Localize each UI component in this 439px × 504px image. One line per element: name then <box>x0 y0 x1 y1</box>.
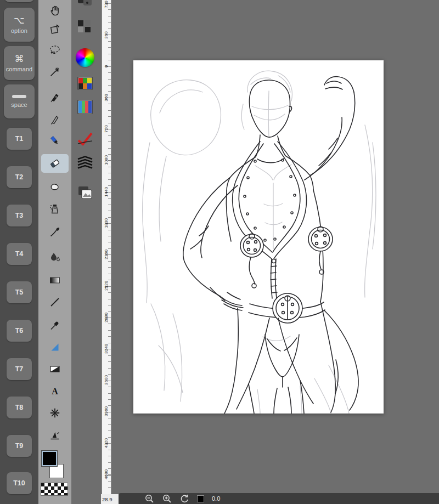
marker-tool-button[interactable] <box>41 132 69 150</box>
eyedropper-tool-button[interactable] <box>41 316 69 335</box>
rotate-view-button[interactable] <box>179 494 189 503</box>
vertical-ruler: 720 360 0 360 720 1080 1440 1800 2160 25… <box>102 0 111 494</box>
ruler-label: 720 <box>104 0 109 13</box>
t-button-10[interactable]: T10 <box>7 472 32 494</box>
reference-images-icon <box>77 185 93 200</box>
pen-tool-button[interactable] <box>41 88 69 106</box>
tone-cards-icon <box>77 0 94 8</box>
zoom-in-button[interactable] <box>162 494 172 503</box>
mapping-pen-tool-button[interactable] <box>41 110 69 128</box>
water-drop-icon <box>49 251 61 263</box>
line-icon <box>49 296 61 308</box>
reference-images-button[interactable] <box>77 185 93 202</box>
t-button-3[interactable]: T3 <box>7 205 32 226</box>
t-button-7[interactable]: T7 <box>7 358 32 380</box>
option-key-button[interactable]: ⌥ option <box>4 8 35 42</box>
space-bar-icon <box>12 95 26 98</box>
halftone-dots-button[interactable] <box>77 20 92 35</box>
space-key-button[interactable]: space <box>4 84 35 118</box>
rotate-view-icon <box>49 23 61 35</box>
gradient-tool-button[interactable] <box>41 271 69 290</box>
t-button-1[interactable]: T1 <box>7 128 32 150</box>
kneaded-eraser-tool-button[interactable] <box>41 177 69 196</box>
rotate-view-icon <box>179 494 189 503</box>
pattern-palette-icon <box>77 100 93 114</box>
ruler-label: 720 <box>104 121 109 137</box>
text-icon: A <box>49 385 61 397</box>
eyedropper-icon <box>49 319 61 331</box>
t-button-5[interactable]: T5 <box>7 281 32 303</box>
zoom-out-button[interactable] <box>144 494 154 503</box>
zoom-in-icon <box>162 494 172 503</box>
line-tool-button[interactable] <box>41 293 69 312</box>
pattern-palette-button[interactable] <box>77 100 93 116</box>
drawing-canvas[interactable] <box>133 60 384 414</box>
tone-tool-button[interactable] <box>41 360 69 378</box>
eraser-tool-button[interactable] <box>41 154 69 173</box>
airbrush-icon <box>49 203 61 215</box>
perspective-move-tool-button[interactable] <box>41 426 69 445</box>
ruler-label: 2520 <box>104 278 109 294</box>
tone-cards-button[interactable] <box>77 0 94 10</box>
mapping-pen-icon <box>49 113 61 125</box>
ruler-label: 360 <box>104 89 109 106</box>
canvas-artwork <box>133 60 384 414</box>
ruler-label: 2160 <box>104 246 109 263</box>
lasso-icon <box>49 44 61 56</box>
status-bar: 0.0 <box>118 493 439 504</box>
hand-icon <box>49 4 61 16</box>
color-wheel[interactable] <box>76 48 94 67</box>
ruler-label: 4680 <box>104 466 109 483</box>
current-color-swatch[interactable] <box>197 495 204 502</box>
ruler-label: 1440 <box>104 184 109 200</box>
ink-layer <box>183 77 358 414</box>
pattern-spray-tool-button[interactable] <box>41 404 69 422</box>
ruler-label: 3240 <box>104 341 109 357</box>
t-button-6[interactable]: T6 <box>7 320 32 342</box>
ruler-label: 0 <box>104 58 109 75</box>
fill-tool-button[interactable] <box>41 338 69 356</box>
partial-shortcut-button[interactable] <box>4 0 34 2</box>
command-key-button[interactable]: ⌘ command <box>4 46 35 80</box>
auto-correct-button[interactable] <box>77 132 93 148</box>
t-button-9[interactable]: T9 <box>7 435 32 457</box>
text-tool-glyph: A <box>52 387 58 396</box>
gradient-icon <box>49 274 61 286</box>
magic-wand-tool-button[interactable] <box>41 63 69 81</box>
ruler-readout: 28.9 <box>101 494 119 504</box>
layer-stack-button[interactable] <box>76 155 94 172</box>
red-check-icon <box>77 132 93 146</box>
halftone-dots-icon <box>77 20 92 33</box>
command-key-symbol: ⌘ <box>15 54 24 64</box>
command-key-label: command <box>6 66 32 72</box>
airbrush-tool-button[interactable] <box>41 200 69 218</box>
fill-triangle-icon <box>49 341 61 353</box>
color-palette-button[interactable] <box>77 77 93 92</box>
foreground-color-swatch[interactable] <box>42 451 57 466</box>
text-tool-button[interactable]: A <box>41 382 69 400</box>
eraser-icon <box>49 157 61 169</box>
rotation-value: 0.0 <box>212 495 220 502</box>
ruler-label: 1080 <box>104 152 109 168</box>
kneaded-eraser-icon <box>49 180 61 192</box>
ruler-label: 2880 <box>104 309 109 326</box>
starburst-icon <box>49 407 61 419</box>
rotate-view-tool-button[interactable] <box>41 20 69 38</box>
ruler-label: 3600 <box>104 372 109 388</box>
blend-tool-button[interactable] <box>41 248 69 267</box>
marker-icon <box>49 135 61 147</box>
tone-icon <box>49 363 61 375</box>
transparent-pattern-swatch[interactable] <box>41 483 68 496</box>
shortcut-panel: ⌥ option ⌘ command space T1 T2 T3 T4 T5 … <box>0 0 38 504</box>
t-button-2[interactable]: T2 <box>7 166 32 188</box>
ruler-label: 1800 <box>104 215 109 231</box>
paintbrush-tool-button[interactable] <box>41 223 69 241</box>
t-button-4[interactable]: T4 <box>7 243 32 265</box>
ruler-label: 4320 <box>104 435 109 451</box>
magic-wand-icon <box>49 66 61 78</box>
hand-tool-button[interactable] <box>41 1 69 20</box>
pen-icon <box>49 91 61 103</box>
t-button-8[interactable]: T8 <box>7 397 32 418</box>
lasso-tool-button[interactable] <box>41 41 69 59</box>
zoom-out-icon <box>144 494 154 503</box>
